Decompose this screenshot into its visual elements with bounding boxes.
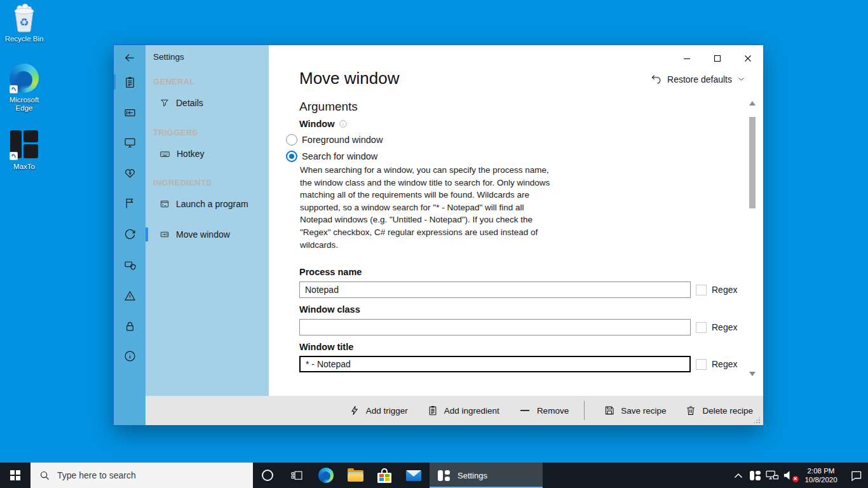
scrollbar-down-arrow[interactable] — [749, 372, 756, 376]
rail-snap-button[interactable] — [114, 100, 146, 125]
maxto-icon — [438, 470, 450, 481]
shortcut-arrow-icon — [10, 152, 18, 160]
rail-health-button[interactable] — [114, 160, 146, 186]
lightning-icon — [349, 405, 360, 416]
rail-privacy-button[interactable] — [114, 252, 146, 278]
tray-clock[interactable]: 2:08 PM 10/8/2020 — [798, 466, 844, 484]
window-title-label: Window title — [299, 342, 353, 352]
action-center-button[interactable] — [844, 463, 868, 488]
desktop-icon-label: MaxTo — [0, 163, 48, 171]
window-title-regex-checkbox[interactable] — [696, 359, 707, 370]
mail-button[interactable] — [399, 463, 428, 488]
windows-logo-icon — [10, 470, 20, 480]
nav-item-launch-program[interactable]: Launch a program — [146, 194, 269, 214]
page-content: Move window Restore defaults Arguments W… — [269, 45, 763, 396]
window-title-input[interactable] — [299, 356, 691, 372]
add-trigger-button[interactable]: Add trigger — [349, 405, 408, 416]
process-name-label: Process name — [299, 267, 362, 277]
network-icon — [766, 470, 779, 480]
settings-nav-panel: Settings GENERAL Details TRIGGERS Hotkey… — [146, 45, 269, 396]
active-task-settings[interactable]: Settings — [430, 463, 543, 488]
rail-updates-button[interactable] — [114, 221, 146, 247]
rail-recipes-button[interactable] — [114, 69, 146, 95]
desktop-icon-recycle-bin[interactable]: ♻ Recycle Bin — [0, 3, 48, 43]
keyboard-icon — [159, 149, 170, 159]
tray-volume[interactable]: ✕ — [781, 463, 798, 488]
rail-license-button[interactable] — [114, 313, 146, 339]
rail-flags-button[interactable] — [114, 190, 146, 215]
rail-troubleshoot-button[interactable] — [114, 283, 146, 308]
svg-text:♻: ♻ — [19, 16, 29, 29]
nav-item-details[interactable]: Details — [146, 93, 269, 112]
mail-icon — [406, 470, 421, 481]
desktop-icon-microsoft-edge[interactable]: Microsoft Edge — [0, 63, 48, 112]
chevron-up-icon — [734, 473, 743, 478]
delete-recipe-button[interactable]: Delete recipe — [685, 405, 753, 416]
minus-icon — [519, 404, 531, 417]
toolbar-separator — [584, 401, 585, 420]
recycle-bin-icon: ♻ — [9, 3, 39, 33]
window-class-input[interactable] — [299, 319, 691, 336]
search-icon — [39, 470, 50, 481]
maxto-icon — [9, 130, 39, 161]
maxto-settings-window: Settings GENERAL Details TRIGGERS Hotkey… — [113, 44, 763, 426]
clipboard-icon — [427, 405, 438, 416]
radio-search-for-window[interactable]: Search for window — [286, 151, 377, 162]
maxto-tray-icon — [750, 471, 761, 480]
edge-icon — [318, 468, 334, 483]
back-button[interactable] — [114, 48, 146, 67]
file-explorer-button[interactable] — [341, 463, 370, 488]
microsoft-store-button[interactable] — [370, 463, 399, 488]
window-controls — [673, 50, 762, 67]
maximize-button[interactable] — [703, 50, 731, 67]
regex-label: Regex — [712, 322, 737, 333]
clock-date: 10/8/2020 — [799, 475, 843, 484]
scrollbar-thumb[interactable] — [749, 117, 756, 208]
cortana-button[interactable] — [253, 463, 282, 488]
info-icon — [339, 119, 348, 128]
radio-foreground-window[interactable]: Foreground window — [286, 134, 383, 146]
tray-chevron-up[interactable] — [729, 463, 747, 488]
minimize-button[interactable] — [673, 50, 701, 67]
save-recipe-button[interactable]: Save recipe — [604, 405, 666, 416]
window-group-label: Window — [299, 119, 348, 129]
nav-rail — [114, 45, 146, 425]
task-view-icon — [290, 469, 303, 482]
action-center-icon — [850, 470, 862, 481]
program-window-icon — [159, 199, 170, 209]
nav-item-move-window[interactable]: Move window — [146, 225, 269, 244]
scrollbar-up-arrow[interactable] — [749, 101, 756, 105]
rail-monitors-button[interactable] — [114, 130, 146, 155]
clock-time: 2:08 PM — [799, 466, 843, 475]
process-name-regex-checkbox[interactable] — [696, 285, 707, 295]
chevron-down-icon — [737, 75, 745, 83]
add-ingredient-button[interactable]: Add ingredient — [427, 405, 499, 416]
nav-header: Settings — [153, 52, 184, 62]
taskbar-search[interactable] — [31, 463, 253, 488]
nav-item-hotkey[interactable]: Hotkey — [146, 144, 269, 163]
remove-button[interactable]: Remove — [519, 404, 569, 417]
search-window-description: When searching for a window, you can spe… — [300, 164, 600, 251]
nav-group-ingredients: INGREDIENTS — [153, 178, 212, 187]
desktop-icon-maxto[interactable]: MaxTo — [0, 129, 48, 171]
nav-group-triggers: TRIGGERS — [153, 128, 198, 137]
restore-defaults-button[interactable]: Restore defaults — [650, 73, 745, 85]
close-button[interactable] — [734, 50, 762, 67]
folder-icon — [348, 470, 363, 482]
tray-network[interactable] — [764, 463, 781, 488]
radio-circle — [286, 134, 297, 146]
start-button[interactable] — [0, 463, 31, 488]
task-view-button[interactable] — [282, 463, 311, 488]
edge-taskbar-button[interactable] — [311, 463, 341, 488]
window-class-label: Window class — [299, 304, 360, 315]
system-tray: ✕ 2:08 PM 10/8/2020 — [729, 463, 868, 488]
tray-maxto[interactable] — [747, 463, 764, 488]
window-class-regex-checkbox[interactable] — [696, 322, 707, 333]
filter-icon — [159, 98, 170, 108]
process-name-input[interactable] — [299, 281, 691, 298]
store-icon — [377, 468, 391, 483]
search-input[interactable] — [57, 470, 235, 480]
rail-about-button[interactable] — [114, 343, 146, 369]
cortana-icon — [262, 470, 273, 481]
save-icon — [604, 405, 615, 416]
